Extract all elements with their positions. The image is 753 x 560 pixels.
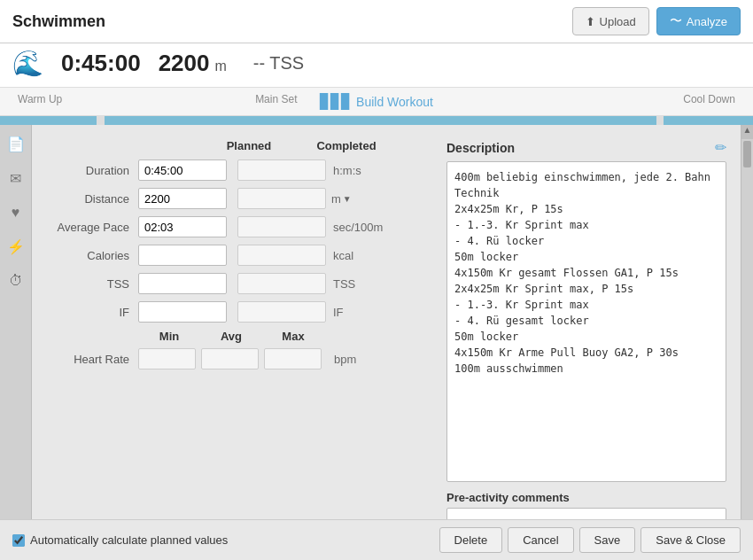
- calories-label: Calories: [50, 249, 138, 262]
- analyze-button[interactable]: 〜 Analyze: [656, 7, 741, 35]
- save-button[interactable]: Save: [579, 527, 636, 553]
- analyze-icon: 〜: [670, 13, 682, 29]
- duration-unit: h:m:s: [333, 164, 361, 177]
- tss-row: TSS TSS: [50, 273, 422, 294]
- avg-pace-unit: sec/100m: [333, 221, 383, 234]
- hr-inputs: bpm: [138, 348, 356, 369]
- completed-col-header: Completed: [298, 139, 395, 152]
- hr-max-input[interactable]: [264, 348, 322, 369]
- heart-rate-label: Heart Rate: [50, 353, 138, 366]
- upload-button[interactable]: ⬆ Upload: [572, 7, 649, 35]
- tss-planned-input[interactable]: [138, 273, 227, 294]
- hr-max-header: Max: [262, 330, 324, 343]
- envelope-icon[interactable]: ✉: [6, 167, 25, 191]
- file-icon[interactable]: 📄: [4, 132, 28, 156]
- hr-avg-input[interactable]: [201, 348, 259, 369]
- if-unit: IF: [333, 306, 344, 319]
- delete-button[interactable]: Delete: [439, 527, 503, 553]
- hr-header-row: Min Avg Max: [50, 330, 422, 343]
- if-completed-input[interactable]: [237, 301, 326, 323]
- header-buttons: ⬆ Upload 〜 Analyze: [572, 7, 741, 35]
- warmup-segment: [0, 116, 97, 125]
- segment-labels: Warm Up Main Set Cool Down: [0, 93, 753, 105]
- description-textarea[interactable]: [446, 161, 726, 482]
- distance-row: Distance m ▼: [50, 188, 422, 209]
- edit-icon[interactable]: ✏: [715, 139, 726, 156]
- main-set-label: Main Set: [255, 93, 297, 105]
- avg-pace-label: Average Pace: [50, 221, 138, 234]
- avg-pace-planned-input[interactable]: [138, 216, 227, 237]
- distance-unit-label: m: [331, 192, 341, 206]
- clock-icon[interactable]: ⏱: [5, 269, 27, 292]
- tss-label: TSS: [50, 277, 138, 291]
- hr-min-input[interactable]: [138, 348, 196, 369]
- save-close-button[interactable]: Save & Close: [640, 527, 741, 553]
- warm-up-label: Warm Up: [18, 93, 62, 105]
- if-row: IF IF: [50, 301, 422, 323]
- bolt-icon[interactable]: ⚡: [4, 235, 28, 259]
- stat-duration: 0:45:00: [61, 50, 141, 77]
- stat-distance-unit: m: [214, 58, 226, 74]
- heart-icon[interactable]: ♥: [8, 201, 24, 224]
- stat-distance: 2200: [159, 50, 210, 77]
- scroll-up-button[interactable]: ▲: [741, 125, 753, 139]
- calories-planned-input[interactable]: [138, 245, 227, 266]
- cooldown-segment: [664, 116, 753, 125]
- duration-completed-input[interactable]: [237, 159, 326, 181]
- duration-row: Duration h:m:s: [50, 159, 422, 181]
- build-workout-bar: Warm Up Main Set Cool Down ▊▊▊ Build Wor…: [0, 88, 753, 116]
- distance-completed-input[interactable]: [237, 188, 326, 209]
- right-scrollbar: ▲ ▼: [741, 125, 753, 543]
- form-panel: Planned Completed Duration h:m:s Distanc…: [32, 125, 439, 543]
- description-title: Description: [446, 141, 515, 155]
- upload-icon: ⬆: [586, 15, 595, 28]
- form-column-headers: Planned Completed: [50, 139, 422, 152]
- description-panel: Description ✏ Pre-activity comments: [439, 125, 741, 543]
- description-header: Description ✏: [446, 139, 726, 156]
- hr-avg-header: Avg: [200, 330, 262, 343]
- heart-rate-row: Heart Rate bpm: [50, 348, 422, 369]
- duration-label: Duration: [50, 164, 138, 177]
- planned-col-header: Planned: [200, 139, 298, 152]
- avg-pace-row: Average Pace sec/100m: [50, 216, 422, 237]
- if-planned-input[interactable]: [138, 301, 227, 323]
- bottom-bar: Automatically calculate planned values D…: [0, 519, 753, 560]
- stat-tss: -- TSS: [253, 53, 304, 74]
- progress-bar: [0, 116, 753, 125]
- tss-unit: TSS: [333, 277, 355, 291]
- main-segment: [105, 116, 656, 125]
- scroll-thumb[interactable]: [743, 141, 751, 167]
- auto-calc-checkbox[interactable]: [12, 534, 25, 547]
- swim-icon: 🌊: [12, 49, 43, 78]
- avg-pace-completed-input[interactable]: [237, 216, 326, 237]
- stats-row: 🌊 0:45:00 2200 m -- TSS: [0, 43, 753, 88]
- distance-unit-dropdown[interactable]: m ▼: [331, 192, 352, 206]
- top-header: Schwimmen ⬆ Upload 〜 Analyze: [0, 0, 753, 43]
- calories-completed-input[interactable]: [237, 245, 326, 266]
- duration-planned-input[interactable]: [138, 159, 227, 181]
- calories-unit: kcal: [333, 249, 353, 262]
- bottom-buttons: Delete Cancel Save Save & Close: [439, 527, 741, 553]
- pre-activity-label: Pre-activity comments: [446, 491, 726, 504]
- if-label: IF: [50, 306, 138, 319]
- distance-planned-input[interactable]: [138, 188, 227, 209]
- auto-calc-label[interactable]: Automatically calculate planned values: [12, 533, 228, 547]
- bpm-unit: bpm: [334, 353, 356, 366]
- activity-title: Schwimmen: [12, 12, 105, 31]
- hr-min-header: Min: [138, 330, 200, 343]
- calories-row: Calories kcal: [50, 245, 422, 266]
- left-sidebar: 📄 ✉ ♥ ⚡ ⏱: [0, 125, 32, 543]
- distance-dropdown-arrow: ▼: [343, 194, 352, 204]
- main-content: 📄 ✉ ♥ ⚡ ⏱ Planned Completed Duration h:m…: [0, 125, 753, 543]
- tss-completed-input[interactable]: [237, 273, 326, 294]
- cancel-button[interactable]: Cancel: [508, 527, 573, 553]
- cool-down-label: Cool Down: [683, 93, 735, 105]
- distance-label: Distance: [50, 192, 138, 206]
